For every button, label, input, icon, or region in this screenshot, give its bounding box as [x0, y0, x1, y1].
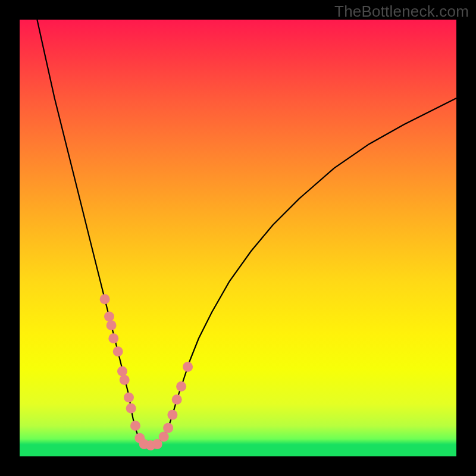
chart-frame: TheBottleneck.com: [0, 0, 476, 476]
watermark-text: TheBottleneck.com: [334, 2, 469, 21]
scatter-dot: [104, 312, 114, 322]
scatter-dot: [163, 423, 173, 433]
scatter-dot: [107, 320, 117, 330]
scatter-dot: [167, 410, 177, 420]
scatter-dot: [108, 333, 118, 343]
scatter-dot: [172, 394, 182, 405]
scatter-dot: [183, 362, 193, 372]
scatter-dot: [159, 432, 169, 442]
scatter-dots: [100, 294, 193, 450]
right-curve: [151, 98, 456, 446]
scatter-dot: [124, 392, 134, 402]
scatter-dot: [126, 403, 136, 414]
scatter-dot: [100, 294, 110, 304]
scatter-dot: [120, 375, 130, 385]
plot-area: [20, 20, 456, 456]
chart-svg: [20, 20, 456, 456]
scatter-dot: [176, 381, 186, 392]
scatter-dot: [113, 346, 123, 356]
left-curve: [37, 20, 151, 446]
scatter-dot: [117, 366, 127, 376]
scatter-dot: [130, 421, 140, 431]
